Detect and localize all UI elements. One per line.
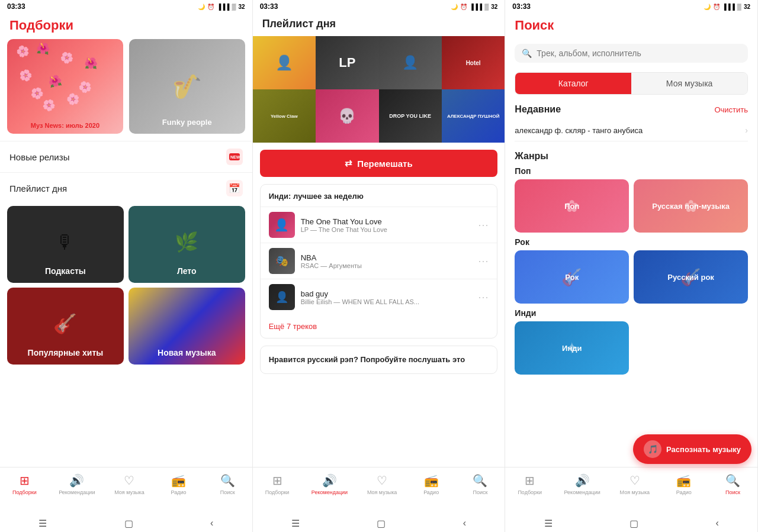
track-more-1[interactable]: ⋯ (478, 218, 489, 231)
nav-collections-label-3: Подборки (518, 489, 542, 495)
genres-section: Жанры Поп ✿ Поп ✿ Русская поп-музыка Рок… (505, 146, 757, 379)
recent-item-1[interactable]: александр ф. скляр - танго анубиса › (515, 120, 748, 141)
nav-search-2[interactable]: 🔍 Поиск (465, 473, 495, 495)
nav-search-icon-3: 🔍 (725, 473, 740, 488)
recent-item-text-1: александр ф. скляр - танго анубиса (515, 126, 643, 135)
category-label-popular-hits: Популярные хиты (7, 348, 124, 357)
bottom-nav-3: ⊞ Подборки 🔊 Рекомендации ♡ Моя музыка 📻… (505, 467, 757, 514)
category-podcasts[interactable]: 🎙 Подкасты (7, 206, 124, 283)
status-time-3: 03:33 (512, 2, 531, 11)
thumb-5 (253, 89, 316, 143)
nav-mymusic-icon-1: ♡ (124, 473, 134, 488)
genre-card-indie[interactable]: ✦ Инди (515, 321, 629, 375)
nav-collections-1[interactable]: ⊞ Подборки (9, 473, 39, 495)
card-label-muznews: Муз News: июль 2020 (7, 122, 123, 129)
wifi-icon-2: ▒ (484, 4, 489, 10)
nav-rec-icon-1: 🔊 (69, 473, 84, 488)
nav-search-3[interactable]: 🔍 Поиск (718, 473, 748, 495)
genre-grid-indie: ✦ Инди (515, 321, 748, 375)
nav-rec-label-1: Рекомендации (59, 489, 95, 495)
moon-icon-3: 🌙 (704, 4, 711, 10)
status-bar-1: 03:33 🌙 ⏰ ▐▐▐ ▒ 32 (0, 0, 252, 13)
track-thumb-3: 👤 (269, 284, 295, 310)
toggle-mymusic-button[interactable]: Моя музыка (631, 73, 747, 94)
playlist-day-row[interactable]: Плейлист дня 📅 (0, 172, 252, 204)
genre-grid-rock: 🎸 Рок 🎸 Русский рок (515, 250, 748, 304)
gesture-bar-2: ☰ ▢ ‹ (253, 514, 505, 532)
rec-suggestion-section: Нравится русский рэп? Попробуйте послуша… (260, 346, 498, 374)
genre-card-pop[interactable]: ✿ Поп (515, 179, 629, 233)
track-artist-3: Billie Eilish — WHEN WE ALL FALL AS... (301, 298, 473, 305)
playlist-header-image: 👤 👤 Hotel 💀 DROP YOU LIKE АЛЕКСАНДР ПУШН… (253, 36, 505, 143)
more-tracks-link[interactable]: Ещё 7 треков (261, 315, 497, 338)
nav-mymusic-label-2: Моя музыка (367, 489, 397, 495)
genre-card-name-pop: Поп (564, 202, 579, 211)
new-releases-label: Новые релизы (9, 152, 69, 162)
playlist-section: Инди: лучшее за неделю 👤 The One That Yo… (260, 184, 498, 338)
track-more-2[interactable]: ⋯ (478, 254, 489, 267)
category-summer[interactable]: 🌿 Лето (129, 206, 245, 283)
shuffle-button[interactable]: ⇄ Перемешать (260, 150, 498, 177)
nav-rec-3[interactable]: 🔊 Рекомендации (564, 473, 600, 495)
nav-mymusic-1[interactable]: ♡ Моя музыка (114, 473, 144, 495)
back-icon-1: ‹ (210, 518, 213, 528)
nav-mymusic-label-1: Моя музыка (114, 489, 144, 495)
thumb-8: АЛЕКСАНДР ПУШНОЙ (442, 89, 505, 143)
track-info-1: The One That You Love LP — The One That … (301, 217, 473, 233)
search-box[interactable]: 🔍 (515, 44, 748, 63)
nav-rec-2[interactable]: 🔊 Рекомендации (311, 473, 348, 495)
status-icons-3: 🌙 ⏰ ▐▐▐ ▒ 32 (704, 4, 750, 10)
home-icon-2: ▢ (377, 518, 386, 529)
genre-card-russian-rock[interactable]: 🎸 Русский рок (634, 250, 748, 304)
status-bar-2: 03:33 🌙 ⏰ ▐▐▐ ▒ 32 (253, 0, 505, 13)
nav-rec-1[interactable]: 🔊 Рекомендации (59, 473, 95, 495)
nav-search-1[interactable]: 🔍 Поиск (213, 473, 242, 495)
toggle-catalog-button[interactable]: Каталог (515, 73, 631, 94)
track-row-2[interactable]: 🎭 NBA RSAC — Аргументы ⋯ (261, 243, 497, 279)
status-icons-2: 🌙 ⏰ ▐▐▐ ▒ 32 (451, 4, 497, 10)
nav-collections-3[interactable]: ⊞ Подборки (515, 473, 545, 495)
nav-radio-label-1: Радио (171, 489, 186, 495)
track-thumb-1: 👤 (269, 212, 295, 238)
recent-header: Недавние Очистить (515, 104, 748, 115)
nav-radio-1[interactable]: 📻 Радио (163, 473, 193, 495)
genre-grid-pop: ✿ Поп ✿ Русская поп-музыка (515, 179, 748, 233)
mic-icon: 🎵 (644, 440, 661, 458)
category-popular-hits[interactable]: 🎸 Популярные хиты (7, 288, 124, 365)
track-more-3[interactable]: ⋯ (478, 291, 489, 304)
recognize-button[interactable]: 🎵 Распознать музыку (633, 434, 751, 464)
track-row-3[interactable]: 👤 bad guy Billie Eilish — WHEN WE ALL FA… (261, 279, 497, 315)
genre-card-russian-pop[interactable]: ✿ Русская поп-музыка (634, 179, 748, 233)
new-releases-row[interactable]: Новые релизы NEW (0, 141, 252, 172)
nav-mymusic-icon-3: ♡ (629, 473, 640, 488)
shuffle-icon: ⇄ (345, 158, 352, 169)
clear-button[interactable]: Очистить (714, 105, 748, 114)
track-artist-1: LP — The One That You Love (301, 226, 473, 233)
nav-radio-3[interactable]: 📻 Радио (669, 473, 699, 495)
status-time-2: 03:33 (260, 2, 278, 11)
genre-card-rock[interactable]: 🎸 Рок (515, 250, 629, 304)
playlist-section-title: Инди: лучшее за неделю (261, 185, 497, 207)
nav-rec-label-2: Рекомендации (311, 489, 348, 495)
nav-search-label-1: Поиск (220, 489, 235, 495)
battery-icon-3: 32 (744, 4, 750, 10)
nav-mymusic-3[interactable]: ♡ Моя музыка (620, 473, 650, 495)
panel-search: 03:33 🌙 ⏰ ▐▐▐ ▒ 32 Поиск 🔍 Каталог Моя м… (505, 0, 758, 532)
alarm-icon-3: ⏰ (713, 4, 720, 10)
track-artist-2: RSAC — Аргументы (301, 262, 473, 269)
panel-recommendations: 03:33 🌙 ⏰ ▐▐▐ ▒ 32 Плейлист дня 👤 👤 Hote… (253, 0, 506, 532)
featured-card-muznews[interactable]: 🌸 🌺 🌸 🌸 🌺 🌸 🌸 🌺 🌸 🌸 Муз News: июль 2020 (7, 39, 123, 134)
track-thumb-2: 🎭 (269, 248, 295, 274)
thumb-4: Hotel (442, 36, 505, 89)
nav-collections-icon-2: ⊞ (272, 473, 282, 488)
signal-icon-3: ▐▐▐ (722, 4, 735, 10)
nav-radio-2[interactable]: 📻 Радио (416, 473, 446, 495)
nav-collections-2[interactable]: ⊞ Подборки (262, 473, 292, 495)
search-input[interactable] (537, 49, 741, 58)
track-row-1[interactable]: 👤 The One That You Love LP — The One Tha… (261, 207, 497, 243)
genre-card-name-russian-rock: Русский рок (667, 273, 714, 282)
featured-card-funky[interactable]: 🎷 Funky people (129, 39, 245, 134)
category-new-music[interactable]: Новая музыка (129, 288, 245, 365)
nav-mymusic-2[interactable]: ♡ Моя музыка (367, 473, 397, 495)
nav-collections-icon-1: ⊞ (20, 473, 30, 488)
